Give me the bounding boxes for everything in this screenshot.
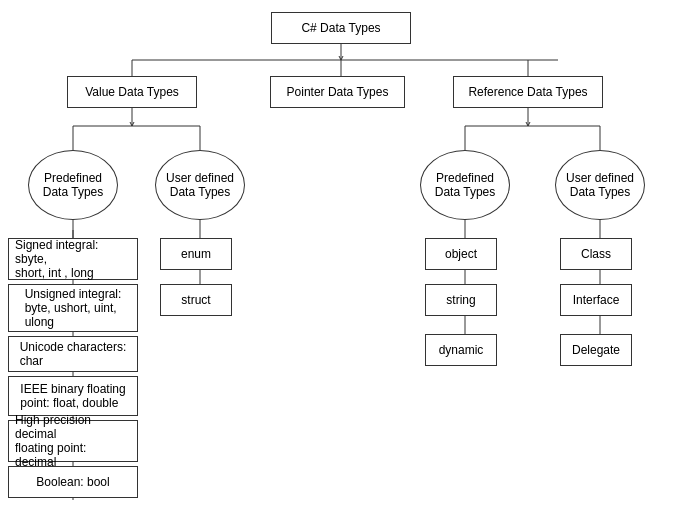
delegate-label: Delegate (572, 343, 620, 357)
root-label: C# Data Types (301, 21, 380, 35)
dynamic-label: dynamic (439, 343, 484, 357)
delegate-node: Delegate (560, 334, 632, 366)
unsigned-node: Unsigned integral: byte, ushort, uint, u… (8, 284, 138, 332)
ieee-label: IEEE binary floating point: float, doubl… (20, 382, 125, 410)
unicode-label: Unicode characters: char (20, 340, 127, 368)
ieee-node: IEEE binary floating point: float, doubl… (8, 376, 138, 416)
class-label: Class (581, 247, 611, 261)
enum-node: enum (160, 238, 232, 270)
value-node: Value Data Types (67, 76, 197, 108)
string-label: string (446, 293, 475, 307)
ref-predef-node: PredefinedData Types (420, 150, 510, 220)
val-predef-label: PredefinedData Types (43, 171, 103, 199)
reference-node: Reference Data Types (453, 76, 603, 108)
pointer-label: Pointer Data Types (287, 85, 389, 99)
enum-label: enum (181, 247, 211, 261)
signed-label: Signed integral: sbyte, short, int , lon… (15, 238, 131, 280)
interface-label: Interface (573, 293, 620, 307)
boolean-node: Boolean: bool (8, 466, 138, 498)
class-node: Class (560, 238, 632, 270)
reference-label: Reference Data Types (468, 85, 587, 99)
root-node: C# Data Types (271, 12, 411, 44)
value-label: Value Data Types (85, 85, 179, 99)
highprec-label: High precision decimal floating point: d… (15, 413, 131, 469)
signed-node: Signed integral: sbyte, short, int , lon… (8, 238, 138, 280)
object-node: object (425, 238, 497, 270)
highprec-node: High precision decimal floating point: d… (8, 420, 138, 462)
val-user-label: User definedData Types (166, 171, 234, 199)
unicode-node: Unicode characters: char (8, 336, 138, 372)
ref-predef-label: PredefinedData Types (435, 171, 495, 199)
boolean-label: Boolean: bool (36, 475, 109, 489)
ref-user-node: User definedData Types (555, 150, 645, 220)
val-user-node: User definedData Types (155, 150, 245, 220)
string-node: string (425, 284, 497, 316)
diagram: C# Data Types Value Data Types Pointer D… (0, 0, 685, 515)
struct-label: struct (181, 293, 210, 307)
dynamic-node: dynamic (425, 334, 497, 366)
struct-node: struct (160, 284, 232, 316)
unsigned-label: Unsigned integral: byte, ushort, uint, u… (25, 287, 122, 329)
pointer-node: Pointer Data Types (270, 76, 405, 108)
val-predef-node: PredefinedData Types (28, 150, 118, 220)
object-label: object (445, 247, 477, 261)
ref-user-label: User definedData Types (566, 171, 634, 199)
interface-node: Interface (560, 284, 632, 316)
